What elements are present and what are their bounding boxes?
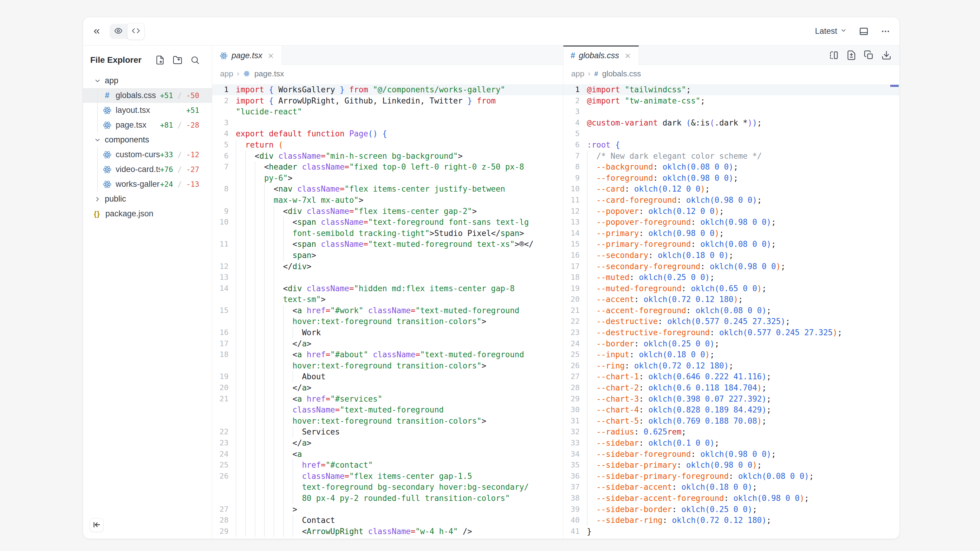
line-number: 17 bbox=[212, 338, 230, 349]
code-line: 23 --destructive-foreground: oklch(0.577… bbox=[563, 327, 899, 338]
copy-icon bbox=[864, 50, 874, 60]
code-toggle[interactable] bbox=[127, 23, 145, 40]
scroll-indicator[interactable] bbox=[890, 85, 899, 87]
search-files-button[interactable] bbox=[190, 55, 200, 65]
code-line: 35 --sidebar-primary: oklch(0.98 0 0); bbox=[563, 460, 899, 471]
code-line: 20 </a> bbox=[212, 382, 563, 394]
code-line: 15 <a href="#work" className="text-muted… bbox=[212, 305, 563, 316]
tree-file-globals.css[interactable]: #globals.css+51 / -50 bbox=[83, 88, 212, 103]
code-line: 34 --sidebar-foreground: oklch(0.98 0 0)… bbox=[563, 449, 899, 460]
tab-globals-css[interactable]: # globals.css bbox=[563, 46, 639, 65]
line-number: 28 bbox=[563, 382, 581, 394]
code-line: 31 --chart-5: oklch(0.769 0.188 70.08); bbox=[563, 416, 899, 427]
panel-layout-button[interactable] bbox=[859, 27, 869, 36]
tree-file-page.tsx[interactable]: page.tsx+81 / -28 bbox=[83, 118, 212, 132]
download-button[interactable] bbox=[881, 50, 891, 60]
line-number: 20 bbox=[212, 382, 230, 394]
code-line: 29 <ArrowUpRight className="w-4 h-4" /> bbox=[212, 526, 563, 537]
close-icon[interactable] bbox=[624, 52, 631, 59]
editor-pane-page-tsx: page.tsx app › page.tsx 1import { WorksG… bbox=[212, 46, 563, 538]
line-number: 1 bbox=[563, 84, 581, 95]
diff-stats: +51 bbox=[186, 106, 212, 115]
tree-folder-public[interactable]: public bbox=[83, 192, 212, 206]
css-hash-icon: # bbox=[102, 91, 112, 100]
code-line: hover:text-foreground transition-colors"… bbox=[212, 416, 563, 427]
editor-pane-globals-css: # globals.css bbox=[563, 46, 899, 538]
breadcrumb-folder[interactable]: app bbox=[220, 69, 233, 78]
code-line: 4@custom-variant dark (&:is(.dark *)); bbox=[563, 118, 899, 129]
code-line: 6:root { bbox=[563, 140, 899, 151]
code-line: 22 --destructive: oklch(0.577 0.245 27.3… bbox=[563, 316, 899, 327]
line-number: 29 bbox=[212, 526, 230, 537]
code-line: 3 bbox=[212, 118, 563, 129]
copy-code-button[interactable] bbox=[864, 50, 874, 60]
code-line: hover:text-foreground transition-colors"… bbox=[212, 316, 563, 327]
code-line: 14 --primary: oklch(0.98 0 0); bbox=[563, 228, 899, 239]
tree-file-layout.tsx[interactable]: layout.tsx+51 bbox=[83, 103, 212, 118]
code-line: 41} bbox=[563, 526, 899, 537]
tree-file-custom-curs-[interactable]: custom-curs…+33 / -12 bbox=[83, 147, 212, 162]
line-number: 34 bbox=[563, 449, 581, 460]
css-hash-icon: # bbox=[571, 52, 575, 60]
line-number: 9 bbox=[563, 173, 581, 184]
code-line: 16 --secondary: oklch(0.18 0 0); bbox=[563, 250, 899, 261]
code-line: 37 --sidebar-accent: oklch(0.18 0 0); bbox=[563, 481, 899, 493]
tree-folder-app[interactable]: app bbox=[83, 73, 212, 88]
version-dropdown[interactable]: Latest bbox=[815, 27, 847, 36]
line-number: 32 bbox=[563, 426, 581, 438]
code-line: 28 Contact bbox=[212, 515, 563, 526]
line-number: 20 bbox=[563, 294, 581, 305]
line-number: 30 bbox=[563, 404, 581, 416]
breadcrumb-folder[interactable]: app bbox=[571, 69, 584, 78]
code-line: 8 <nav className="flex items-center just… bbox=[212, 183, 563, 195]
new-folder-button[interactable] bbox=[173, 55, 182, 65]
line-number: 5 bbox=[212, 140, 230, 151]
preview-toggle[interactable] bbox=[110, 24, 127, 39]
tab-label: globals.css bbox=[579, 51, 619, 60]
split-diff-button[interactable] bbox=[829, 50, 839, 60]
code-line: 26 --ring: oklch(0.72 0.12 180); bbox=[563, 360, 899, 372]
code-line: 5 return ( bbox=[212, 140, 563, 151]
diff-stats: +81 / -28 bbox=[160, 121, 212, 129]
line-number: 16 bbox=[212, 327, 230, 338]
line-number: 8 bbox=[563, 162, 581, 173]
diff-stats: +51 / -50 bbox=[160, 91, 212, 100]
code-line: 27 > bbox=[212, 504, 563, 515]
line-number: 41 bbox=[563, 526, 581, 537]
workspace-card: Latest bbox=[83, 17, 900, 539]
react-icon bbox=[102, 121, 112, 130]
line-number: 11 bbox=[563, 195, 581, 206]
tree-file-video-card.tsx[interactable]: video-card.tsx+76 / -27 bbox=[83, 162, 212, 177]
top-toolbar: Latest bbox=[83, 17, 899, 46]
tree-folder-components[interactable]: components bbox=[83, 132, 212, 147]
breadcrumb-file[interactable]: page.tsx bbox=[254, 69, 284, 78]
line-number: 13 bbox=[212, 272, 230, 283]
code-line: 3 bbox=[563, 106, 899, 118]
line-number bbox=[212, 250, 230, 261]
line-number: 6 bbox=[563, 140, 581, 151]
tab-page-tsx[interactable]: page.tsx bbox=[212, 46, 282, 65]
collapse-sidebar-button[interactable] bbox=[90, 518, 103, 532]
code-line: hover:text-foreground transition-colors"… bbox=[212, 360, 563, 372]
tree-file-package.json[interactable]: {}package.json bbox=[83, 206, 212, 221]
code-line: 1@import "tailwindcss"; bbox=[563, 84, 899, 95]
code-line: text-foreground bg-secondary hover:bg-se… bbox=[212, 481, 563, 493]
file-name: custom-curs… bbox=[116, 150, 160, 159]
line-number: 38 bbox=[563, 493, 581, 504]
code-line: 19 --muted-foreground: oklch(0.65 0 0); bbox=[563, 283, 899, 294]
tree-file-works-galler-[interactable]: works-galler…+24 / -13 bbox=[83, 177, 212, 192]
download-icon bbox=[881, 50, 891, 60]
line-number: 14 bbox=[563, 228, 581, 239]
line-number: 26 bbox=[212, 471, 230, 482]
line-number: 24 bbox=[563, 338, 581, 349]
line-number: 10 bbox=[563, 183, 581, 195]
file-diff-button[interactable] bbox=[846, 50, 856, 60]
code-line: text-sm"> bbox=[212, 294, 563, 305]
line-number bbox=[212, 416, 230, 427]
collapse-panel-button[interactable] bbox=[92, 27, 101, 36]
new-file-button[interactable] bbox=[155, 55, 165, 65]
breadcrumb-file[interactable]: globals.css bbox=[602, 69, 641, 78]
line-number: 5 bbox=[563, 128, 581, 140]
close-icon[interactable] bbox=[267, 52, 274, 59]
more-options-button[interactable] bbox=[881, 27, 890, 36]
